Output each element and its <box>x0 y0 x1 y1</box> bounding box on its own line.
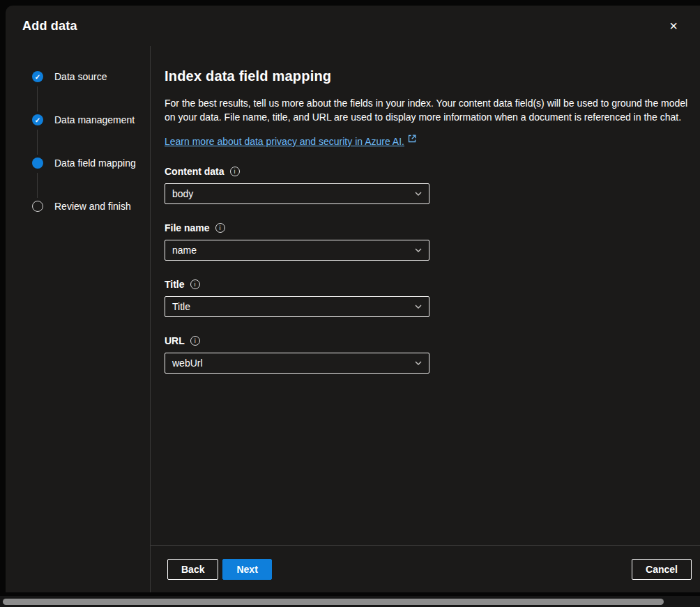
field-label: File name <box>165 222 210 233</box>
step-complete-icon: ✓ <box>32 71 43 82</box>
step-data-management[interactable]: ✓ Data management <box>32 113 150 127</box>
chevron-down-icon <box>414 246 423 254</box>
horizontal-scrollbar-track[interactable] <box>0 596 700 607</box>
step-current-icon <box>32 157 43 169</box>
step-upcoming-icon <box>32 201 43 212</box>
field-label-row: Content data i <box>165 166 689 177</box>
dialog-body: ✓ Data source ✓ Data management Data fie… <box>6 46 700 592</box>
field-label-row: Title i <box>165 279 689 290</box>
dropdown-file-name[interactable]: name <box>165 240 429 261</box>
content-area: Index data field mapping For the best re… <box>151 46 700 545</box>
field-group-url: URL i webUrl <box>165 335 689 374</box>
step-data-field-mapping[interactable]: Data field mapping <box>32 156 150 170</box>
page-title: Index data field mapping <box>165 68 689 84</box>
close-icon: × <box>669 19 678 33</box>
chevron-down-icon <box>414 190 423 198</box>
field-group-file-name: File name i name <box>165 222 689 261</box>
dropdown-value: body <box>172 188 193 199</box>
dropdown-content-data[interactable]: body <box>165 183 429 204</box>
dropdown-value: webUrl <box>172 358 203 369</box>
chevron-down-icon <box>414 302 423 311</box>
chevron-down-icon <box>414 359 423 367</box>
dialog-title: Add data <box>22 19 77 33</box>
privacy-link[interactable]: Learn more about data privacy and securi… <box>165 136 416 147</box>
step-label: Data management <box>54 114 135 125</box>
field-label: Content data <box>165 166 225 177</box>
description-text: For the best results, tell us more about… <box>165 97 689 124</box>
cancel-button[interactable]: Cancel <box>632 559 692 580</box>
field-group-title: Title i Title <box>165 279 689 317</box>
step-complete-icon: ✓ <box>32 114 43 125</box>
close-button[interactable]: × <box>662 15 685 37</box>
external-link-icon <box>408 135 416 143</box>
dropdown-value: Title <box>172 301 190 312</box>
info-icon[interactable]: i <box>215 223 225 233</box>
add-data-dialog: Add data × ✓ Data source ✓ Data manageme… <box>6 6 700 592</box>
step-label: Review and finish <box>54 201 131 212</box>
info-icon[interactable]: i <box>190 336 200 346</box>
dropdown-url[interactable]: webUrl <box>165 353 429 374</box>
dropdown-title[interactable]: Title <box>165 296 429 317</box>
field-label: Title <box>165 279 185 290</box>
page-background: { "dialog": { "title": "Add data" }, "ic… <box>0 0 700 607</box>
next-button[interactable]: Next <box>222 559 271 580</box>
privacy-link-text: Learn more about data privacy and securi… <box>165 136 404 147</box>
field-label-row: URL i <box>165 335 689 346</box>
back-button[interactable]: Back <box>167 559 218 580</box>
content-column: Index data field mapping For the best re… <box>151 46 700 592</box>
info-icon[interactable]: i <box>190 279 200 289</box>
dropdown-value: name <box>172 245 197 256</box>
step-data-source[interactable]: ✓ Data source <box>32 70 150 84</box>
horizontal-scrollbar-thumb[interactable] <box>3 599 664 605</box>
field-label-row: File name i <box>165 222 689 233</box>
info-icon[interactable]: i <box>230 167 240 176</box>
wizard-stepper: ✓ Data source ✓ Data management Data fie… <box>6 46 150 592</box>
step-review-and-finish[interactable]: Review and finish <box>32 199 150 213</box>
link-row: Learn more about data privacy and securi… <box>165 135 689 148</box>
dialog-footer: Back Next Cancel <box>151 545 700 592</box>
field-label: URL <box>165 335 185 346</box>
step-label: Data field mapping <box>54 157 136 169</box>
step-label: Data source <box>54 71 107 82</box>
dialog-header: Add data × <box>6 6 700 46</box>
field-group-content-data: Content data i body <box>165 166 689 204</box>
